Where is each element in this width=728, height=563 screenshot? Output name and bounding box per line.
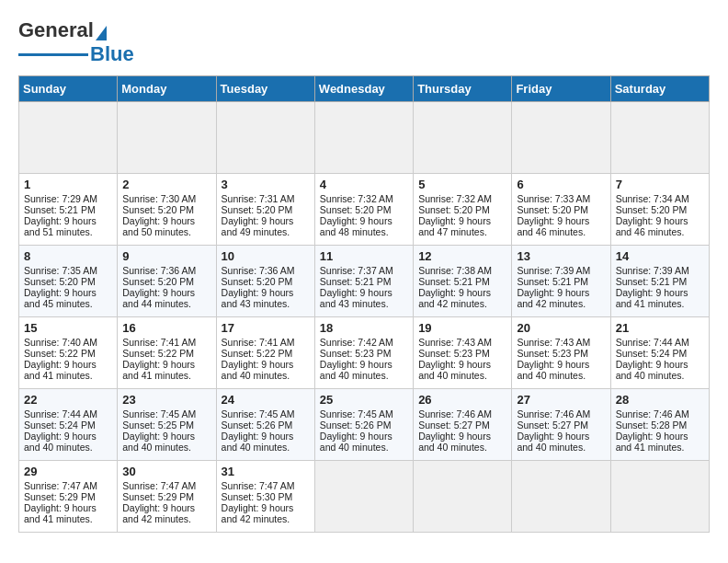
calendar-cell <box>118 102 216 174</box>
day-info: Sunrise: 7:31 AMSunset: 5:20 PMDaylight:… <box>222 193 295 237</box>
calendar-header-row: SundayMondayTuesdayWednesdayThursdayFrid… <box>19 76 710 102</box>
day-info: Sunrise: 7:36 AMSunset: 5:20 PMDaylight:… <box>122 265 196 309</box>
calendar-cell: 15Sunrise: 7:40 AMSunset: 5:22 PMDayligh… <box>19 317 118 389</box>
day-number: 29 <box>24 465 112 478</box>
calendar-cell: 29Sunrise: 7:47 AMSunset: 5:29 PMDayligh… <box>19 461 118 533</box>
day-number: 16 <box>122 321 210 335</box>
calendar-cell: 17Sunrise: 7:41 AMSunset: 5:22 PMDayligh… <box>216 317 314 389</box>
day-info: Sunrise: 7:44 AMSunset: 5:24 PMDaylight:… <box>24 408 97 453</box>
day-number: 1 <box>24 178 112 191</box>
calendar-cell <box>512 102 610 174</box>
day-number: 13 <box>517 249 605 263</box>
calendar-cell: 5Sunrise: 7:32 AMSunset: 5:20 PMDaylight… <box>414 174 512 246</box>
logo-general: General <box>18 18 94 42</box>
calendar-cell: 6Sunrise: 7:33 AMSunset: 5:20 PMDaylight… <box>512 174 610 246</box>
header-monday: Monday <box>118 76 216 102</box>
day-info: Sunrise: 7:29 AMSunset: 5:21 PMDaylight:… <box>24 193 97 237</box>
page-container: General Blue SundayMondayTuesdayWednesda… <box>18 18 710 533</box>
day-info: Sunrise: 7:38 AMSunset: 5:21 PMDaylight:… <box>418 265 492 309</box>
day-info: Sunrise: 7:30 AMSunset: 5:20 PMDaylight:… <box>122 193 196 237</box>
calendar-cell <box>610 102 709 174</box>
day-info: Sunrise: 7:45 AMSunset: 5:26 PMDaylight:… <box>222 408 295 453</box>
day-number: 15 <box>24 321 112 335</box>
day-info: Sunrise: 7:46 AMSunset: 5:27 PMDaylight:… <box>517 408 590 453</box>
calendar-cell: 13Sunrise: 7:39 AMSunset: 5:21 PMDayligh… <box>512 246 610 317</box>
day-info: Sunrise: 7:43 AMSunset: 5:23 PMDaylight:… <box>517 337 590 381</box>
day-info: Sunrise: 7:47 AMSunset: 5:29 PMDaylight:… <box>122 480 196 524</box>
day-number: 9 <box>122 249 210 263</box>
calendar-week-row <box>19 102 710 174</box>
day-info: Sunrise: 7:43 AMSunset: 5:23 PMDaylight:… <box>418 337 492 381</box>
calendar-cell: 1Sunrise: 7:29 AMSunset: 5:21 PMDaylight… <box>19 174 118 246</box>
calendar-cell: 25Sunrise: 7:45 AMSunset: 5:26 PMDayligh… <box>314 389 413 461</box>
day-info: Sunrise: 7:46 AMSunset: 5:27 PMDaylight:… <box>418 408 492 453</box>
calendar-cell: 9Sunrise: 7:36 AMSunset: 5:20 PMDaylight… <box>118 246 216 317</box>
calendar-cell: 26Sunrise: 7:46 AMSunset: 5:27 PMDayligh… <box>414 389 512 461</box>
calendar-cell: 12Sunrise: 7:38 AMSunset: 5:21 PMDayligh… <box>414 246 512 317</box>
calendar-cell <box>414 461 512 533</box>
calendar-cell: 16Sunrise: 7:41 AMSunset: 5:22 PMDayligh… <box>118 317 216 389</box>
day-info: Sunrise: 7:39 AMSunset: 5:21 PMDaylight:… <box>616 265 689 309</box>
calendar-cell: 2Sunrise: 7:30 AMSunset: 5:20 PMDaylight… <box>118 174 216 246</box>
day-number: 24 <box>222 393 310 407</box>
day-info: Sunrise: 7:45 AMSunset: 5:26 PMDaylight:… <box>320 408 393 453</box>
calendar-cell: 10Sunrise: 7:36 AMSunset: 5:20 PMDayligh… <box>216 246 314 317</box>
calendar-cell: 28Sunrise: 7:46 AMSunset: 5:28 PMDayligh… <box>610 389 709 461</box>
day-number: 12 <box>418 249 506 263</box>
day-info: Sunrise: 7:47 AMSunset: 5:30 PMDaylight:… <box>222 480 295 524</box>
calendar-cell: 24Sunrise: 7:45 AMSunset: 5:26 PMDayligh… <box>216 389 314 461</box>
calendar-week-row: 22Sunrise: 7:44 AMSunset: 5:24 PMDayligh… <box>19 389 710 461</box>
day-number: 20 <box>517 321 605 335</box>
day-number: 27 <box>517 393 605 407</box>
header-thursday: Thursday <box>414 76 512 102</box>
calendar-cell <box>216 102 314 174</box>
day-number: 28 <box>616 393 704 407</box>
calendar-cell: 20Sunrise: 7:43 AMSunset: 5:23 PMDayligh… <box>512 317 610 389</box>
calendar-cell: 23Sunrise: 7:45 AMSunset: 5:25 PMDayligh… <box>118 389 216 461</box>
day-info: Sunrise: 7:40 AMSunset: 5:22 PMDaylight:… <box>24 337 97 381</box>
day-info: Sunrise: 7:42 AMSunset: 5:23 PMDaylight:… <box>320 337 393 381</box>
day-number: 31 <box>222 465 310 478</box>
day-number: 25 <box>320 393 408 407</box>
calendar-cell: 3Sunrise: 7:31 AMSunset: 5:20 PMDaylight… <box>216 174 314 246</box>
day-info: Sunrise: 7:46 AMSunset: 5:28 PMDaylight:… <box>616 408 689 453</box>
calendar-week-row: 8Sunrise: 7:35 AMSunset: 5:20 PMDaylight… <box>19 246 710 317</box>
calendar-cell: 27Sunrise: 7:46 AMSunset: 5:27 PMDayligh… <box>512 389 610 461</box>
calendar-cell <box>610 461 709 533</box>
day-number: 8 <box>24 249 112 263</box>
day-number: 6 <box>517 178 605 191</box>
day-number: 11 <box>320 249 408 263</box>
day-number: 18 <box>320 321 408 335</box>
day-number: 30 <box>122 465 210 478</box>
calendar-cell: 30Sunrise: 7:47 AMSunset: 5:29 PMDayligh… <box>118 461 216 533</box>
day-number: 21 <box>616 321 704 335</box>
calendar-cell <box>314 102 413 174</box>
header-friday: Friday <box>512 76 610 102</box>
header-wednesday: Wednesday <box>314 76 413 102</box>
calendar-cell: 7Sunrise: 7:34 AMSunset: 5:20 PMDaylight… <box>610 174 709 246</box>
calendar-cell: 4Sunrise: 7:32 AMSunset: 5:20 PMDaylight… <box>314 174 413 246</box>
header-sunday: Sunday <box>19 76 118 102</box>
day-number: 14 <box>616 249 704 263</box>
calendar-cell <box>512 461 610 533</box>
calendar-cell: 31Sunrise: 7:47 AMSunset: 5:30 PMDayligh… <box>216 461 314 533</box>
calendar-week-row: 1Sunrise: 7:29 AMSunset: 5:21 PMDaylight… <box>19 174 710 246</box>
calendar-cell: 18Sunrise: 7:42 AMSunset: 5:23 PMDayligh… <box>314 317 413 389</box>
calendar-cell: 11Sunrise: 7:37 AMSunset: 5:21 PMDayligh… <box>314 246 413 317</box>
calendar-cell: 19Sunrise: 7:43 AMSunset: 5:23 PMDayligh… <box>414 317 512 389</box>
day-number: 22 <box>24 393 112 407</box>
calendar-cell <box>314 461 413 533</box>
day-number: 17 <box>222 321 310 335</box>
calendar-cell <box>19 102 118 174</box>
header-tuesday: Tuesday <box>216 76 314 102</box>
day-info: Sunrise: 7:39 AMSunset: 5:21 PMDaylight:… <box>517 265 590 309</box>
day-info: Sunrise: 7:47 AMSunset: 5:29 PMDaylight:… <box>24 480 97 524</box>
day-info: Sunrise: 7:35 AMSunset: 5:20 PMDaylight:… <box>24 265 97 309</box>
day-number: 10 <box>222 249 310 263</box>
calendar-cell <box>414 102 512 174</box>
day-number: 26 <box>418 393 506 407</box>
day-info: Sunrise: 7:37 AMSunset: 5:21 PMDaylight:… <box>320 265 393 309</box>
calendar-week-row: 29Sunrise: 7:47 AMSunset: 5:29 PMDayligh… <box>19 461 710 533</box>
logo-blue: Blue <box>90 42 134 66</box>
calendar-cell: 21Sunrise: 7:44 AMSunset: 5:24 PMDayligh… <box>610 317 709 389</box>
